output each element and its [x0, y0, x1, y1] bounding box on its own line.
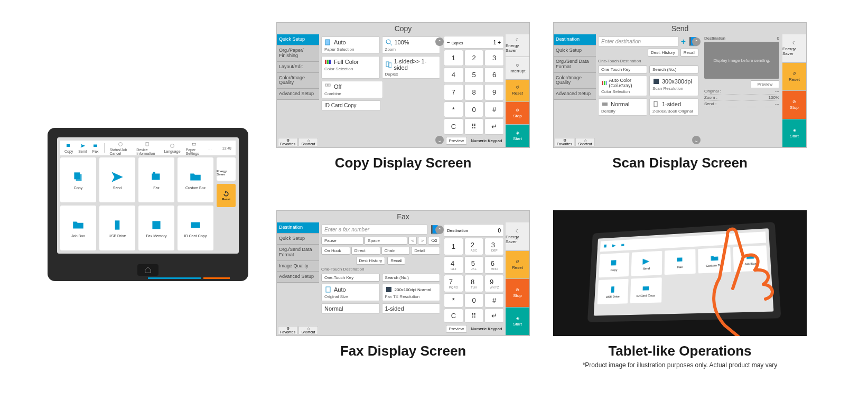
stop-button[interactable]: ⊘Stop	[506, 102, 529, 125]
key-6[interactable]: 6MNO	[484, 256, 504, 274]
app-usb-drive[interactable]: USB Drive	[99, 206, 135, 250]
dest-history-button[interactable]: Dest. History	[648, 49, 678, 57]
key-enter[interactable]: ↵	[484, 309, 504, 323]
tab-destination[interactable]: Destination	[277, 222, 319, 234]
app-id-card-copy[interactable]: ID Card Copy	[178, 206, 213, 250]
preview-button[interactable]: Preview	[446, 137, 467, 145]
app-tile[interactable]: Copy	[599, 253, 629, 277]
key-grid[interactable]: ⠿	[464, 118, 484, 135]
id-card-copy[interactable]: ID Card Copy	[321, 100, 381, 110]
key-5[interactable]: 5	[464, 67, 484, 83]
app-tile[interactable]: Send	[631, 251, 662, 276]
app-job-box[interactable]: Job Box	[60, 206, 96, 250]
sided-setting[interactable]: 1-sided	[382, 303, 441, 314]
search-no-button[interactable]: Search (No.)	[649, 66, 698, 73]
energy-saver-button[interactable]: ☾Energy Saver	[782, 34, 806, 63]
tab-color-image[interactable]: Color/Image Quality	[554, 73, 596, 89]
reset-button[interactable]: ↺Reset	[506, 251, 529, 279]
combine-setting[interactable]: OffCombine	[321, 81, 383, 98]
interrupt-button[interactable]: ⎊Interrupt	[506, 57, 529, 80]
tab-advanced[interactable]: Advanced Setup	[277, 272, 319, 283]
key-0[interactable]: 0	[464, 293, 484, 308]
direct-button[interactable]: Direct	[351, 247, 380, 255]
key-6[interactable]: 6	[484, 67, 504, 83]
recall-button[interactable]: Recall	[387, 257, 405, 265]
toolbar-item[interactable]: Fax	[92, 143, 99, 153]
tab-color-image[interactable]: Color/Image Quality	[277, 73, 319, 89]
app-tile[interactable]: ID Card Copy	[630, 277, 662, 303]
tab-data-format[interactable]: Org./Send Data Format	[554, 57, 596, 73]
scan-resolution[interactable]: 300x300dpiScan Resolution	[649, 76, 698, 96]
toolbar-item[interactable]: Copy	[64, 143, 73, 153]
paper-selection[interactable]: AutoPaper Selection	[321, 36, 380, 54]
key-0[interactable]: 0	[464, 101, 484, 118]
add-icon[interactable]: +	[681, 37, 686, 46]
chevron-down-icon[interactable]: ⌄	[692, 136, 701, 144]
key-grid[interactable]: ⠿	[464, 309, 484, 323]
toolbar-more[interactable]: ...	[209, 146, 212, 150]
tab-advanced[interactable]: Advanced Setup	[277, 89, 319, 100]
density-setting[interactable]: NormalDensity	[598, 98, 647, 116]
energy-saver-button[interactable]: ☾Energy Saver	[506, 222, 529, 251]
key-9[interactable]: 9WXYZ	[484, 275, 504, 292]
key-4[interactable]: 4GHI	[444, 256, 463, 274]
key-enter[interactable]: ↵	[484, 118, 504, 135]
search-no-button[interactable]: Search (No.)	[382, 274, 441, 282]
start-button[interactable]: ◈Start	[782, 119, 806, 148]
stop-button[interactable]: ⊘Stop	[506, 279, 529, 308]
key-star[interactable]: *	[444, 101, 463, 118]
app-custom-box[interactable]: Custom Box	[178, 157, 213, 202]
energy-saver-button[interactable]: ☾Energy Saver	[506, 34, 529, 57]
favorites-button[interactable]: ⚙Favorites	[555, 138, 574, 146]
key-9[interactable]: 9	[484, 84, 504, 100]
on-hook-button[interactable]: On Hook	[321, 247, 350, 255]
fax-resolution[interactable]: 200x100dpi NormalFax TX Resolution	[382, 284, 441, 301]
detail-button[interactable]: Detail	[411, 247, 440, 255]
reset-button[interactable]: ↺Reset	[782, 63, 806, 91]
tab-quick-setup[interactable]: Quick Setup	[554, 45, 596, 57]
reset-button[interactable]: Reset	[217, 184, 236, 207]
app-copy[interactable]: Copy	[60, 157, 96, 202]
toolbar-item[interactable]: Status/Job Cancel	[109, 141, 131, 155]
favorites-button[interactable]: ⚙Favorites	[278, 326, 297, 334]
start-button[interactable]: ◈Start	[506, 308, 529, 336]
tab-destination[interactable]: Destination	[554, 34, 596, 45]
tab-advanced[interactable]: Advanced Setup	[554, 89, 596, 100]
app-send[interactable]: Send	[99, 157, 135, 202]
pause-button[interactable]: Pause	[321, 237, 363, 245]
stop-button[interactable]: ⊘Stop	[782, 91, 806, 119]
tab-org-paper[interactable]: Org./Paper/ Finishing	[277, 45, 319, 62]
dest-history-button[interactable]: Dest History	[356, 257, 386, 265]
tab-data-format[interactable]: Org./Send Data Format	[277, 245, 319, 261]
key-3[interactable]: 3	[484, 50, 504, 66]
shortcut-button[interactable]: ☆Shortcut	[298, 138, 318, 146]
toolbar-item[interactable]: Paper Settings	[186, 141, 203, 155]
app-fax[interactable]: Fax	[138, 157, 174, 202]
shortcut-button[interactable]: ☆Shortcut	[298, 326, 318, 334]
home-button[interactable]	[137, 264, 158, 276]
fax-number-input[interactable]: Enter a fax number	[321, 225, 427, 235]
tab-quick-setup[interactable]: Quick Setup	[277, 34, 319, 45]
energy-saver-button[interactable]: Energy Saver	[217, 157, 236, 181]
key-star[interactable]: *	[444, 293, 463, 308]
toolbar-item[interactable]: Language	[164, 143, 180, 153]
app-tile[interactable]: USB Drive	[598, 279, 629, 304]
preview-button[interactable]: Preview	[751, 80, 779, 88]
key-2[interactable]: 2	[464, 50, 484, 66]
recall-button[interactable]: Recall	[680, 49, 698, 57]
chevron-up-icon[interactable]: ⌃	[692, 38, 701, 46]
color-selection[interactable]: Auto Color (Col./Gray)Color Selection	[598, 76, 647, 96]
backspace-button[interactable]: ⌫	[428, 237, 440, 245]
app-fax-memory[interactable]: Fax Memory	[138, 206, 174, 250]
key-1[interactable]: 1	[444, 238, 463, 255]
key-2[interactable]: 2ABC	[464, 238, 484, 255]
original-sided[interactable]: 1-sided2-sided/Book Original	[649, 98, 698, 116]
toolbar-item[interactable]: Device Information	[136, 141, 158, 155]
key-7[interactable]: 7PQRS	[444, 275, 463, 292]
copies-counter[interactable]: − Copies1 +	[444, 36, 504, 49]
original-size[interactable]: AutoOriginal Size	[321, 284, 380, 301]
preview-button[interactable]: Preview	[446, 325, 467, 333]
tab-layout-edit[interactable]: Layout/Edit	[277, 62, 319, 73]
key-1[interactable]: 1	[444, 50, 463, 66]
space-button[interactable]: Space	[365, 237, 407, 245]
